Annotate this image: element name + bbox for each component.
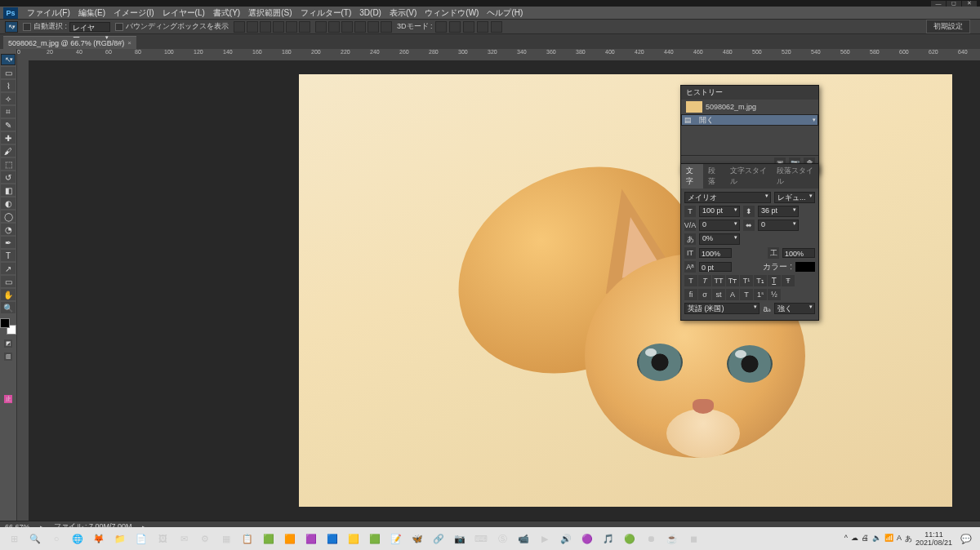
tray-icon[interactable]: 🖨 (862, 534, 869, 544)
taskbar-app-icon[interactable]: 📝 (387, 530, 405, 548)
taskbar-app-icon[interactable]: 📄 (132, 530, 150, 548)
opentype-icon[interactable]: A (726, 289, 739, 300)
tray-icon[interactable]: ^ (844, 534, 848, 544)
tray-icon[interactable]: あ (905, 534, 912, 544)
blur-tool[interactable]: ◯ (1, 211, 16, 222)
opentype-icon[interactable]: ½ (768, 289, 781, 300)
menu-select[interactable]: 選択範囲(S) (244, 7, 296, 19)
color-swatches[interactable] (0, 318, 16, 335)
opentype-icon[interactable]: 1ˢ (754, 289, 767, 300)
mode3d-icon[interactable] (477, 21, 488, 33)
history-step[interactable]: ▤ 開く (681, 114, 818, 126)
mode3d-icon[interactable] (463, 21, 474, 33)
taskbar-app-icon[interactable]: 🌐 (69, 530, 87, 548)
distribute-icon[interactable] (341, 21, 353, 33)
taskbar-clock[interactable]: 11:11 2021/08/21 (915, 530, 952, 547)
hscale-input[interactable]: 100% (782, 248, 815, 258)
taskbar-app-icon[interactable]: 🔍 (26, 530, 44, 548)
move-tool[interactable]: ↖ (1, 54, 16, 65)
stamp-tool[interactable]: ⬚ (1, 158, 16, 170)
taskbar-app-icon[interactable]: 📋 (238, 530, 256, 548)
shape-tool[interactable]: ▭ (1, 276, 16, 287)
italic-button[interactable]: T (698, 275, 711, 286)
align-icon[interactable] (234, 21, 245, 33)
dodge-tool[interactable]: ◔ (1, 224, 16, 235)
taskbar-app-icon[interactable]: 📹 (514, 530, 532, 548)
mode3d-icon[interactable] (449, 21, 461, 33)
brush-tool[interactable]: 🖌 (1, 145, 16, 157)
bold-button[interactable]: T (684, 275, 697, 286)
taskbar-app-icon[interactable]: 🔊 (557, 530, 575, 548)
opentype-icon[interactable]: fi (684, 289, 697, 300)
taskbar-app-icon[interactable]: 🟣 (578, 530, 596, 548)
zoom-tool[interactable]: 🔍 (1, 302, 16, 313)
taskbar-app-icon[interactable]: ▦ (217, 530, 235, 548)
subscript-button[interactable]: T₁ (754, 275, 767, 286)
bbox-checkbox[interactable] (115, 23, 123, 31)
type-tool[interactable]: T (1, 250, 16, 261)
history-source[interactable]: 5098062_m.jpg (681, 100, 818, 114)
menu-help[interactable]: ヘルプ(H) (483, 7, 527, 19)
taskbar-app-icon[interactable]: 🟢 (621, 530, 639, 548)
menu-edit[interactable]: 編集(E) (74, 7, 109, 19)
align-icon[interactable] (247, 21, 258, 33)
menu-file[interactable]: ファイル(F) (23, 7, 74, 19)
tray-icon[interactable]: A (897, 534, 902, 544)
align-icon[interactable] (260, 21, 271, 33)
taskbar-app-icon[interactable]: 🔗 (430, 530, 448, 548)
eyedropper-tool[interactable]: ✎ (1, 119, 16, 131)
tab-character[interactable]: 文字 (681, 164, 703, 189)
path-tool[interactable]: ↗ (1, 263, 16, 274)
taskbar-app-icon[interactable]: 🦋 (408, 530, 426, 548)
align-icon[interactable] (273, 21, 284, 33)
taskbar-app-icon[interactable]: ⏺ (642, 530, 660, 548)
taskbar-app-icon[interactable]: ⊞ (5, 530, 23, 548)
text-color-swatch[interactable] (795, 262, 815, 272)
menu-layer[interactable]: レイヤー(L) (158, 7, 209, 19)
strike-button[interactable]: Ŧ (782, 275, 795, 286)
maximize-button[interactable]: ◻ (947, 1, 961, 7)
hand-tool[interactable]: ✋ (1, 289, 16, 300)
marquee-tool[interactable]: ▭ (1, 67, 16, 78)
menu-type[interactable]: 書式(Y) (209, 7, 244, 19)
distribute-icon[interactable] (368, 21, 379, 33)
tray-icon[interactable]: 🔈 (872, 534, 881, 544)
taskbar-app-icon[interactable]: 🟪 (302, 530, 320, 548)
opentype-icon[interactable]: st (712, 289, 725, 300)
taskbar-app-icon[interactable]: ⚙ (196, 530, 214, 548)
tracking-input[interactable]: 0 (758, 220, 799, 231)
taskbar-app-icon[interactable]: ✉ (175, 530, 193, 548)
menu-image[interactable]: イメージ(I) (109, 7, 158, 19)
magic-wand-tool[interactable]: ✧ (1, 93, 16, 104)
font-size-input[interactable]: 100 pt (699, 206, 740, 217)
taskbar-app-icon[interactable]: ⌨ (472, 530, 490, 548)
antialias-select[interactable]: 強く (774, 303, 815, 314)
gradient-tool[interactable]: ◐ (1, 197, 16, 209)
menu-3d[interactable]: 3D(D) (355, 8, 385, 17)
taskbar-app-icon[interactable]: 📷 (451, 530, 469, 548)
opentype-icon[interactable]: σ (698, 289, 711, 300)
baseline-input[interactable]: 0 pt (699, 262, 732, 272)
crop-tool[interactable]: ⌗ (1, 106, 16, 118)
taskbar-app-icon[interactable]: 🎵 (599, 530, 617, 548)
align-icon[interactable] (286, 21, 297, 33)
extension-icon[interactable]: 止 (4, 395, 12, 403)
font-family-select[interactable]: メイリオ (684, 192, 771, 203)
kerning-input[interactable]: 0 (699, 220, 740, 231)
distribute-icon[interactable] (328, 21, 340, 33)
tsume-input[interactable]: 0% (699, 233, 740, 245)
tray-icon[interactable]: ☁ (851, 534, 858, 544)
pen-tool[interactable]: ✒ (1, 237, 16, 248)
canvas[interactable] (29, 60, 980, 521)
font-style-select[interactable]: レギュ... (774, 192, 815, 203)
close-tab-icon[interactable]: × (127, 39, 131, 47)
close-button[interactable]: ✕ (962, 1, 977, 7)
taskbar-app-icon[interactable]: ◼ (684, 530, 702, 548)
taskbar-app-icon[interactable]: 🟩 (366, 530, 384, 548)
auto-select-dropdown[interactable]: レイヤー (69, 22, 110, 32)
smallcaps-button[interactable]: Tᴛ (726, 275, 739, 286)
mode3d-icon[interactable] (435, 21, 447, 33)
document-tab[interactable]: 5098062_m.jpg @ 66.7% (RGB/8#) × (3, 36, 136, 49)
menu-view[interactable]: 表示(V) (385, 7, 421, 19)
eraser-tool[interactable]: ◧ (1, 184, 16, 196)
